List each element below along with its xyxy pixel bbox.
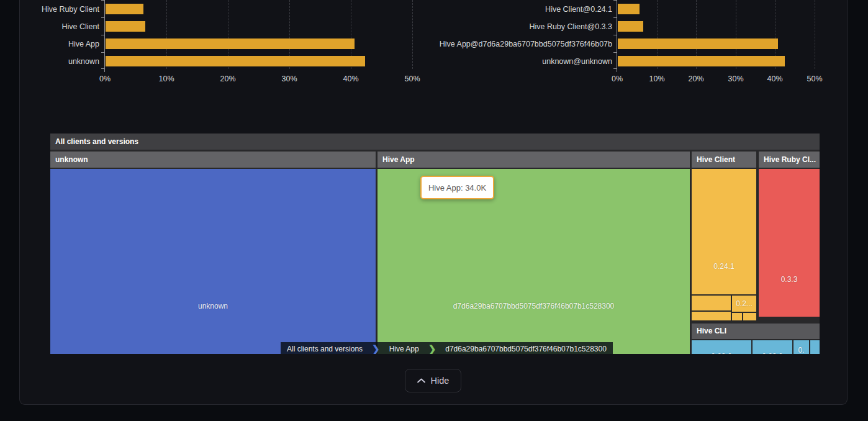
treemap-cell-label: 0. bbox=[793, 346, 809, 354]
treemap-cell-label: 0.23.0 bbox=[753, 352, 792, 354]
treemap-cell-small[interactable] bbox=[810, 340, 820, 354]
x-tick-label: 10% bbox=[643, 74, 671, 84]
category-label: unknown@unknown bbox=[542, 57, 612, 66]
treemap-cell-unknown[interactable]: unknown bbox=[50, 169, 376, 354]
treemap-header-hive-client[interactable]: Hive Client bbox=[692, 152, 756, 168]
treemap-cell-label: unknown bbox=[50, 302, 376, 310]
bar-hive-client[interactable] bbox=[106, 21, 145, 32]
axis-tick bbox=[101, 35, 105, 35]
treemap-cell-label: 0.3.3 bbox=[759, 275, 820, 284]
axis-tick bbox=[101, 52, 105, 53]
treemap-header-hive-app[interactable]: Hive App bbox=[377, 152, 690, 168]
x-tick-label: 40% bbox=[761, 74, 789, 84]
axis-tick bbox=[613, 35, 617, 35]
bar-hive-client-0241[interactable] bbox=[618, 4, 640, 14]
treemap-header-hive-ruby-client[interactable]: Hive Ruby Cl... bbox=[759, 152, 820, 168]
treemap-cell-hive-cli-0230[interactable]: 0.23.0 bbox=[692, 340, 751, 354]
treemap-cell-small[interactable] bbox=[692, 296, 731, 310]
category-label: Hive Ruby Client@0.3.3 bbox=[529, 22, 612, 32]
treemap-cell-label: 0.24.1 bbox=[692, 262, 756, 271]
category-label: unknown bbox=[68, 57, 99, 66]
bar-hive-ruby-033[interactable] bbox=[618, 21, 643, 32]
dashboard-screen: Hive Ruby Client Hive Client Hive App un… bbox=[0, 0, 868, 421]
hide-button-label: Hide bbox=[431, 376, 450, 386]
hover-tooltip: Hive App: 34.0K bbox=[420, 176, 494, 199]
x-tick-label: 10% bbox=[153, 74, 180, 84]
x-tick-label: 50% bbox=[801, 74, 828, 84]
bar-unknown-unknown[interactable] bbox=[618, 56, 785, 66]
axis-tick bbox=[613, 0, 617, 1]
x-tick-label: 0% bbox=[604, 74, 631, 84]
x-tick-label: 30% bbox=[722, 74, 749, 84]
axis-tick bbox=[104, 69, 105, 72]
treemap-cell-small[interactable] bbox=[743, 313, 756, 320]
treemap-cell-label: d7d6a29ba6707bbd5075df376f46b07b1c528300 bbox=[377, 302, 690, 310]
bar-hive-app-version[interactable] bbox=[618, 38, 778, 49]
bar-hive-app[interactable] bbox=[106, 38, 355, 49]
y-axis-labels: Hive Client@0.24.1 Hive Ruby Client@0.3.… bbox=[397, 0, 612, 70]
chevron-right-icon: ❯ bbox=[425, 342, 440, 354]
axis-tick bbox=[617, 69, 617, 72]
treemap-title[interactable]: All clients and versions bbox=[50, 134, 820, 150]
treemap-all-clients: All clients and versions unknown unknown… bbox=[50, 134, 820, 354]
treemap-cell-small[interactable] bbox=[732, 313, 742, 320]
y-axis-labels: Hive Ruby Client Hive Client Hive App un… bbox=[0, 0, 99, 70]
category-label: Hive App bbox=[68, 39, 99, 49]
breadcrumb-hive-app[interactable]: Hive App bbox=[383, 342, 425, 354]
x-tick-label: 0% bbox=[91, 74, 119, 84]
plot-area: 0% 10% 20% 30% 40% 50% bbox=[104, 0, 412, 69]
axis-tick bbox=[613, 52, 617, 53]
treemap-cell-hive-cli-0[interactable]: 0. bbox=[793, 340, 809, 354]
chevron-right-icon: ❯ bbox=[369, 342, 383, 354]
treemap-cell-hive-cli-0230b[interactable]: 0.23.0 bbox=[753, 340, 792, 354]
category-label: Hive Client bbox=[62, 22, 99, 32]
bar-hive-ruby-client[interactable] bbox=[106, 4, 143, 14]
treemap-cell-hive-client-0241[interactable]: 0.24.1 bbox=[692, 169, 756, 294]
axis-tick bbox=[613, 17, 617, 18]
breadcrumb-all-clients[interactable]: All clients and versions bbox=[281, 342, 369, 354]
axis-tick bbox=[101, 0, 105, 1]
treemap-cell-small[interactable] bbox=[692, 312, 731, 320]
gridline bbox=[815, 0, 815, 69]
x-tick-label: 20% bbox=[214, 74, 242, 84]
breadcrumb-version-hash[interactable]: d7d6a29ba6707bbd5075df376f46b07b1c528300 bbox=[439, 342, 613, 354]
axis-tick bbox=[101, 17, 105, 18]
treemap-header-hive-cli[interactable]: Hive CLI bbox=[692, 324, 820, 339]
treemap-cell-hive-client-02[interactable]: 0.2... bbox=[732, 296, 756, 312]
x-tick-label: 20% bbox=[682, 74, 710, 84]
plot-area: 0% 10% 20% 30% 40% 50% bbox=[617, 0, 814, 69]
treemap-cell-label: 0.23.0 bbox=[692, 352, 751, 354]
bar-unknown[interactable] bbox=[106, 56, 365, 66]
treemap-breadcrumb: All clients and versions ❯ Hive App ❯ d7… bbox=[281, 342, 613, 354]
treemap-header-unknown[interactable]: unknown bbox=[50, 152, 376, 168]
category-label: Hive App@d7d6a29ba6707bbd5075df376f46b07… bbox=[440, 39, 612, 49]
hide-button[interactable]: Hide bbox=[405, 369, 461, 392]
treemap-cell-hive-ruby-033[interactable]: 0.3.3 bbox=[759, 169, 820, 317]
x-tick-label: 30% bbox=[276, 74, 303, 84]
x-tick-label: 40% bbox=[337, 74, 364, 84]
treemap-cell-label: 0.2... bbox=[736, 299, 753, 308]
category-label: Hive Client@0.24.1 bbox=[545, 4, 612, 14]
category-label: Hive Ruby Client bbox=[42, 4, 99, 14]
chevron-up-icon bbox=[417, 378, 425, 383]
x-tick-label: 50% bbox=[399, 74, 426, 84]
